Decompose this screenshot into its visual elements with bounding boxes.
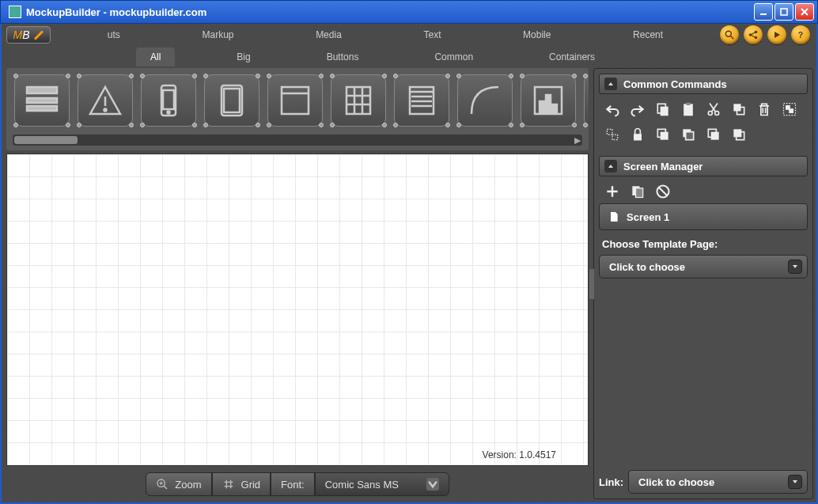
tab-media[interactable]: Media: [306, 26, 351, 44]
zoom-control[interactable]: Zoom: [146, 472, 211, 496]
stencil-scrollbar[interactable]: ▶: [13, 135, 582, 146]
screen-manager-panel: Screen Manager Screen 1 Choose Template …: [599, 156, 808, 279]
subtab-buttons[interactable]: Buttons: [312, 47, 373, 66]
chevron-down-icon: [426, 478, 439, 491]
stencil-list[interactable]: [394, 74, 449, 127]
svg-rect-31: [546, 95, 551, 112]
panel-title: Common Commands: [623, 78, 727, 90]
copy-button[interactable]: [654, 100, 672, 118]
svg-rect-1: [781, 9, 787, 15]
logo[interactable]: MB: [6, 26, 51, 44]
svg-rect-0: [760, 13, 767, 15]
stencil-blackberry[interactable]: [584, 74, 589, 127]
stencil-tablet[interactable]: [204, 74, 259, 127]
zoom-label: Zoom: [175, 479, 201, 491]
panel-resize-handle[interactable]: [589, 269, 594, 299]
share-button[interactable]: [744, 25, 763, 44]
tab-layouts[interactable]: uts: [98, 26, 130, 44]
font-value: Comic Sans MS: [325, 479, 399, 491]
stencil-barchart[interactable]: [521, 74, 576, 127]
stencil-phone[interactable]: [141, 74, 196, 127]
app-frame: MB uts Markup Media Text Mobile Recent ?…: [0, 24, 818, 504]
duplicate-button[interactable]: [730, 100, 748, 118]
subtab-containers[interactable]: Containers: [535, 47, 609, 66]
link-value: Click to choose: [638, 476, 714, 488]
collapse-toggle[interactable]: [604, 78, 617, 90]
pencil-icon: [33, 30, 43, 40]
scrollbar-thumb[interactable]: [14, 136, 78, 144]
lock-button[interactable]: [629, 126, 646, 143]
search-button[interactable]: [720, 25, 739, 44]
svg-rect-56: [711, 132, 719, 140]
group-button[interactable]: [781, 100, 798, 118]
svg-rect-40: [684, 104, 693, 116]
version-label: Version: 1.0.4517: [483, 449, 556, 460]
subtab-big[interactable]: Big: [222, 47, 264, 66]
redo-button[interactable]: [629, 100, 646, 118]
font-select[interactable]: Comic Sans MS: [315, 472, 449, 496]
remove-screen-button[interactable]: [654, 183, 672, 200]
screen-name: Screen 1: [627, 211, 669, 223]
svg-rect-59: [733, 129, 741, 137]
tab-text[interactable]: Text: [414, 26, 450, 44]
window-titlebar: MockupBuilder - mockupbuilder.com: [0, 0, 818, 24]
help-button[interactable]: ?: [791, 25, 810, 44]
play-button[interactable]: [767, 25, 786, 44]
template-value: Click to choose: [609, 261, 685, 273]
font-label-group: Font:: [271, 472, 315, 496]
subtab-all[interactable]: All: [136, 47, 175, 66]
collapse-toggle[interactable]: [604, 160, 617, 172]
page-icon: [608, 210, 620, 223]
svg-rect-49: [607, 129, 612, 135]
chevron-down-icon: [788, 475, 802, 489]
link-select[interactable]: Click to choose: [628, 470, 808, 494]
add-screen-button[interactable]: [604, 183, 621, 200]
minimize-button[interactable]: [754, 3, 773, 21]
stencil-palette: One > T ▶: [6, 68, 589, 150]
zoom-icon: [156, 478, 169, 491]
screen-item[interactable]: Screen 1: [599, 203, 808, 230]
common-commands-panel: Common Commands: [599, 74, 808, 150]
stencil-arc[interactable]: [457, 74, 513, 127]
delete-button[interactable]: [756, 100, 773, 118]
svg-text:?: ?: [798, 30, 803, 40]
template-select[interactable]: Click to choose: [599, 255, 808, 279]
tab-recent[interactable]: Recent: [623, 26, 672, 44]
clone-screen-button[interactable]: [629, 183, 646, 200]
svg-point-11: [104, 109, 107, 112]
undo-button[interactable]: [604, 100, 621, 118]
paste-button[interactable]: [680, 100, 697, 118]
scroll-right-icon[interactable]: ▶: [574, 135, 581, 146]
design-canvas[interactable]: Version: 1.0.4517: [6, 153, 589, 466]
svg-rect-48: [789, 108, 793, 113]
bring-forward-button[interactable]: [705, 126, 722, 143]
stencil-keypad[interactable]: [331, 74, 386, 127]
chevron-down-icon: [788, 260, 802, 274]
close-button[interactable]: [795, 3, 814, 21]
grid-control[interactable]: Grid: [212, 472, 271, 496]
svg-rect-7: [27, 87, 57, 93]
logo-text: MB: [13, 28, 29, 41]
svg-rect-30: [540, 101, 544, 112]
category-tabs: uts Markup Media Text Mobile Recent: [51, 26, 720, 44]
maximize-button[interactable]: [774, 3, 793, 21]
panel-title: Screen Manager: [623, 161, 702, 172]
stencil-accordion[interactable]: [14, 74, 70, 127]
grid-icon: [222, 478, 235, 491]
link-row: Link: Click to choose: [599, 470, 808, 494]
ungroup-button[interactable]: [604, 126, 621, 143]
subtab-common[interactable]: Common: [420, 47, 487, 66]
send-backward-button[interactable]: [680, 126, 697, 143]
bring-front-button[interactable]: [730, 126, 748, 143]
svg-rect-32: [552, 104, 557, 112]
cut-button[interactable]: [705, 100, 722, 118]
send-back-button[interactable]: [654, 126, 672, 143]
svg-rect-61: [636, 188, 643, 198]
stencil-window[interactable]: [267, 74, 323, 127]
tab-mobile[interactable]: Mobile: [513, 26, 560, 44]
svg-rect-41: [687, 103, 691, 105]
tab-markup[interactable]: Markup: [192, 26, 243, 44]
stencil-alert[interactable]: [78, 74, 133, 127]
link-label: Link:: [599, 476, 623, 488]
svg-rect-51: [634, 134, 642, 140]
